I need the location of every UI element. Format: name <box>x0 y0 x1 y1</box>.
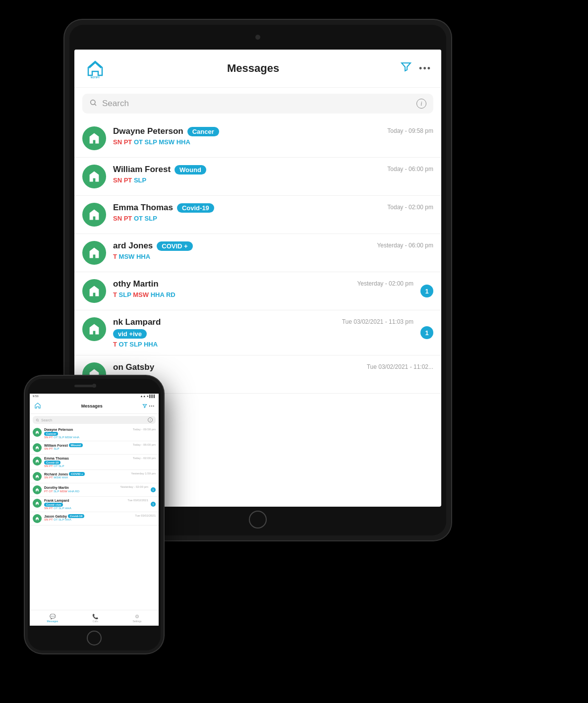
phone-avatar <box>33 499 42 508</box>
phone-message-item[interactable]: Richard Jones COVID + SN PT MSW HHA Yest… <box>30 470 159 483</box>
filter-icon[interactable] <box>400 61 412 76</box>
phone-message-item[interactable]: Emma Thomas Covid-19 SN PT OT SLP Today … <box>30 455 159 470</box>
info-icon[interactable]: i <box>416 99 426 109</box>
phone-timestamp: Today - 06:00 pm <box>133 443 156 446</box>
phone-avatar <box>33 485 42 494</box>
avatar <box>82 126 106 150</box>
phone-unread-badge: 1 <box>151 487 156 492</box>
phone-msg-content: Richard Jones COVID + SN PT MSW HHA <box>44 472 128 479</box>
phone-time: 9:53 <box>33 395 39 398</box>
timestamp: Today - 06:00 pm <box>387 165 433 173</box>
phone-message-item[interactable]: Frank Lampard Covid +ive SN PT OT SLP HH… <box>30 497 159 512</box>
message-roles: T OT SLP HHA <box>113 341 335 348</box>
svg-point-3 <box>36 419 38 421</box>
phone-message-item[interactable]: Dorothy Martin PT OT SLP MSW HHA RD Yest… <box>30 483 159 497</box>
phone-timestamp: Yesterday 1:59 pm <box>131 472 156 475</box>
settings-nav-icon: ⚙ <box>135 614 139 619</box>
phone-tag: Cancer <box>44 432 58 436</box>
phone-timestamp: Tue 03/02/2021 <box>135 514 156 517</box>
contact-name: nk Lampard <box>113 317 161 327</box>
message-top: on Gatsby <box>113 362 360 372</box>
phone-timestamp: Today - 09:58 pm <box>133 428 156 431</box>
phone-contact-name: Dwayne Peterson <box>44 428 73 431</box>
phone-app-header: Messages ••• <box>30 399 159 414</box>
message-item[interactable]: Emma Thomas Covid-19 SN PT OT SLP Today … <box>74 196 441 234</box>
search-placeholder[interactable]: Search <box>102 99 412 109</box>
phone-tag: Covid-19 <box>44 461 60 465</box>
phone-contact-name: Dorothy Martin <box>44 486 69 489</box>
contact-name: on Gatsby <box>113 362 154 372</box>
message-top: Emma Thomas Covid-19 <box>113 203 380 213</box>
message-item[interactable]: othy Martin T SLP MSW HHA RD Yesterday -… <box>74 272 441 310</box>
avatar <box>82 279 106 303</box>
phone-tag: COVID + <box>69 472 85 476</box>
tag-wound: Wound <box>175 165 206 175</box>
message-item[interactable]: Dwayne Peterson Cancer SN PT OT SLP MSW … <box>74 119 441 158</box>
phone-status-bar: 9:53 ▲▲ ● ▌▌▌ <box>30 394 159 399</box>
phone-home-button[interactable] <box>87 631 102 645</box>
app-logo: NOTIFY <box>84 58 106 79</box>
phone-avatar <box>33 472 42 481</box>
phone-message-item[interactable]: Jason Gatsby Covid-19 SN PT OT SLP HHA T… <box>30 512 159 526</box>
tag-covidplus: COVID + <box>157 241 192 251</box>
message-roles: SN PT OT SLP MSW HHA <box>113 138 380 146</box>
timestamp: Today - 02:00 pm <box>387 203 433 211</box>
phone-search-text: Search <box>41 418 52 422</box>
timestamp: Tue 03/02/2021 - 11:03 pm <box>342 317 413 325</box>
phone-message-item[interactable]: Dwayne Peterson Cancer SN PT OT SLP MSW … <box>30 426 159 441</box>
message-top: ard Jones COVID + <box>113 241 370 251</box>
phone-roles: SN PT OT SLP <box>44 465 130 468</box>
calls-nav-icon: 📞 <box>92 614 98 619</box>
tag-covidive: vid +ive <box>113 329 147 339</box>
message-top: othy Martin <box>113 279 350 289</box>
phone-nav-label: Calls <box>93 620 98 623</box>
phone-roles: SN PT OT SLP HHA <box>44 518 132 521</box>
message-roles: T MSW HHA <box>113 253 370 260</box>
phone-avatar <box>33 443 42 452</box>
tablet-camera <box>255 35 260 40</box>
phone-inner: 9:53 ▲▲ ● ▌▌▌ Messages ••• Searc <box>28 379 161 650</box>
svg-point-2 <box>91 100 95 105</box>
phone-nav-settings[interactable]: ⚙ Settings <box>132 614 141 623</box>
tablet-home-button[interactable] <box>249 511 267 528</box>
messages-list: Dwayne Peterson Cancer SN PT OT SLP MSW … <box>74 119 441 394</box>
message-roles: SN PT OT SLP <box>113 215 380 222</box>
avatar <box>82 241 106 265</box>
phone-avatar <box>33 514 42 523</box>
phone-nav-calls[interactable]: 📞 Calls <box>92 614 98 623</box>
phone-nav-messages[interactable]: 💬 Messages <box>47 614 59 623</box>
phone-roles: SN PT OT SLP MSW HHA <box>44 436 130 439</box>
message-item[interactable]: William Forest Wound SN PT SLP Today - 0… <box>74 158 441 196</box>
timestamp: Yesterday - 02:00 pm <box>357 279 413 287</box>
phone-screen: 9:53 ▲▲ ● ▌▌▌ Messages ••• Searc <box>30 394 159 626</box>
timestamp: Yesterday - 06:00 pm <box>377 241 433 249</box>
message-content: Emma Thomas Covid-19 SN PT OT SLP <box>113 203 380 222</box>
phone-contact-name: William Forest <box>44 444 68 447</box>
phone-msg-content: Jason Gatsby Covid-19 SN PT OT SLP HHA <box>44 514 132 521</box>
phone-msg-content: Emma Thomas Covid-19 SN PT OT SLP <box>44 457 130 468</box>
phone-roles: PT OT SLP MSW HHA RD <box>44 490 118 493</box>
phone-msg-content: William Forest Wound SN PT SLP <box>44 443 130 450</box>
message-top: Dwayne Peterson Cancer <box>113 126 380 136</box>
phone-search-bar[interactable]: Search i <box>33 416 156 424</box>
message-content: ard Jones COVID + T MSW HHA <box>113 241 370 260</box>
message-item[interactable]: nk Lampard vid +ive T OT SLP HHA Tue 03/… <box>74 310 441 355</box>
more-icon[interactable]: ••• <box>419 63 431 74</box>
message-item[interactable]: ard Jones COVID + T MSW HHA Yesterday - … <box>74 234 441 272</box>
message-top: nk Lampard <box>113 317 335 327</box>
message-content: on Gatsby <box>113 362 360 374</box>
timestamp: Tue 03/02/2021 - 11:02... <box>367 362 433 370</box>
phone-message-item[interactable]: William Forest Wound SN PT SLP Today - 0… <box>30 441 159 455</box>
phone-device: 9:53 ▲▲ ● ▌▌▌ Messages ••• Searc <box>25 376 164 653</box>
phone-timestamp: Yesterday - 02:00 pm <box>120 485 148 488</box>
phone-avatar <box>33 457 42 466</box>
unread-badge: 1 <box>420 326 433 339</box>
phone-timestamp: Today - 02:00 pm <box>133 457 156 460</box>
avatar <box>82 203 106 227</box>
phone-header-icons: ••• <box>142 404 155 409</box>
search-icon <box>89 99 97 109</box>
search-bar[interactable]: Search i <box>82 94 433 114</box>
phone-roles: SN PT SLP <box>44 447 130 450</box>
avatar <box>82 317 106 341</box>
phone-contact-name: Jason Gatsby <box>44 515 67 518</box>
